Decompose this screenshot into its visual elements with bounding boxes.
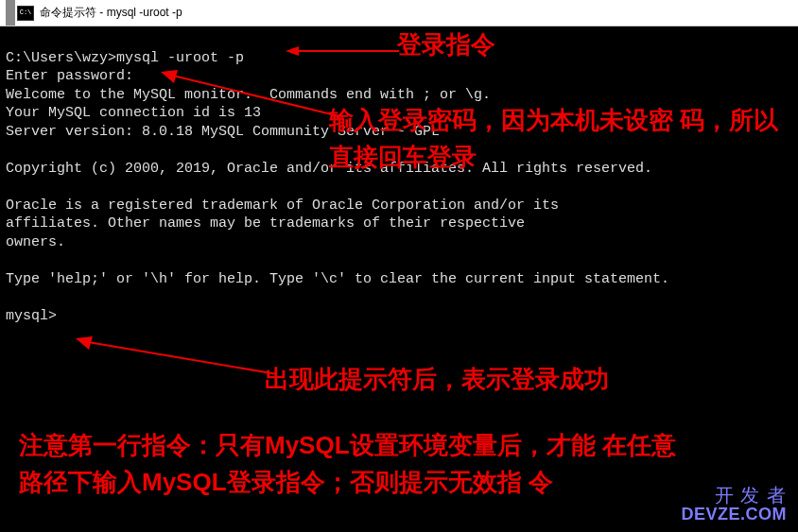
terminal-output[interactable]: C:\Users\wzy>mysql -uroot -p Enter passw… (0, 26, 798, 532)
terminal-line: Server version: 8.0.18 MySQL Community S… (6, 124, 440, 140)
terminal-line: Copyright (c) 2000, 2019, Oracle and/or … (6, 161, 652, 177)
terminal-line: Enter password: (6, 68, 133, 84)
terminal-line: affiliates. Other names may be trademark… (6, 215, 525, 232)
cmd-icon (17, 6, 34, 21)
window-titlebar: 命令提示符 - mysql -uroot -p (0, 0, 798, 26)
titlebar-edge (6, 0, 15, 26)
terminal-line: Your MySQL connection id is 13 (6, 105, 261, 121)
terminal-line: owners. (6, 234, 65, 250)
window-title: 命令提示符 - mysql -uroot -p (40, 5, 182, 21)
terminal-line: Type 'help;' or '\h' for help. Type '\c'… (6, 271, 669, 287)
terminal-line: Oracle is a registered trademark of Orac… (6, 197, 559, 214)
terminal-line: Welcome to the MySQL monitor. Commands e… (6, 87, 491, 103)
terminal-line: C:\Users\wzy>mysql -uroot -p (6, 50, 244, 66)
terminal-line: mysql> (6, 308, 57, 324)
